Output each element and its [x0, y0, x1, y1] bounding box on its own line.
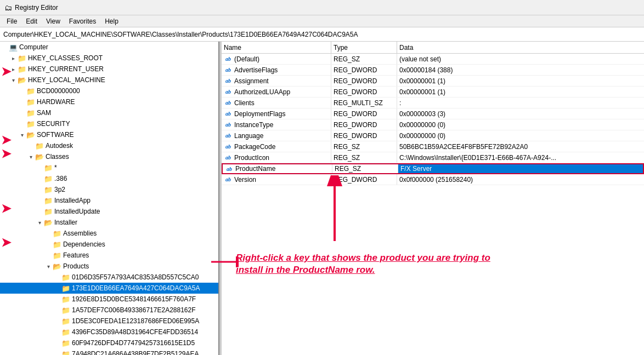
detail-type-8: REG_SZ: [331, 141, 397, 152]
tree-item-software[interactable]: ▾📂SOFTWARE: [0, 129, 218, 140]
tree-item-dependencies[interactable]: 📁Dependencies: [0, 239, 218, 250]
folder-icon-prod3: 📁: [61, 295, 70, 303]
tree-item-prod5[interactable]: 📁1D5E3C0FEDA1E123187686FED06E995A: [0, 316, 218, 327]
tree-item-hardware[interactable]: 📁HARDWARE: [0, 96, 218, 107]
detail-row-6[interactable]: abInstanceTypeREG_DWORD0x00000000 (0): [222, 119, 644, 130]
expand-btn-prod1[interactable]: [53, 273, 61, 282]
folder-icon-prod6: 📁: [61, 328, 70, 336]
expand-btn-prod5[interactable]: [53, 317, 61, 325]
expand-btn-prod6[interactable]: [53, 328, 61, 336]
tree-item-386[interactable]: 📁.386: [0, 173, 218, 184]
tree-items: 💻Computer▸📁HKEY_CLASSES_ROOT▸📁HKEY_CURRE…: [0, 42, 218, 355]
menu-help[interactable]: Help: [100, 16, 123, 26]
detail-row-11[interactable]: abVersionREG_DWORD0x0f000000 (251658240): [222, 174, 644, 185]
expand-btn-hklm[interactable]: ▾: [9, 76, 18, 84]
detail-pane[interactable]: Name Type Data ab(Default)REG_SZ(value n…: [222, 42, 644, 355]
reg-icon-3: ab: [224, 88, 233, 96]
expand-btn-hkcr[interactable]: ▸: [9, 54, 18, 62]
address-bar[interactable]: Computer\HKEY_LOCAL_MACHINE\SOFTWARE\Cla…: [0, 27, 644, 42]
tree-item-prod8[interactable]: 📁7A948DC21A686A438B9F7DF2B5129AEA: [0, 348, 218, 355]
expand-btn-assemblies[interactable]: [44, 229, 53, 238]
folder-icon-hkcu: 📁: [18, 65, 26, 73]
detail-row-4[interactable]: abClientsREG_MULTI_SZ:: [222, 98, 644, 108]
detail-data-4: :: [397, 98, 644, 108]
tree-pane[interactable]: 💻Computer▸📁HKEY_CLASSES_ROOT▸📁HKEY_CURRE…: [0, 42, 219, 355]
expand-btn-installedupdate[interactable]: [35, 207, 44, 216]
detail-row-7[interactable]: abLanguageREG_DWORD0x00000000 (0): [222, 130, 644, 141]
tree-item-installer[interactable]: ▾📂Installer: [0, 217, 218, 228]
expand-btn-prod7[interactable]: [53, 339, 61, 347]
folder-icon-bcd: 📁: [26, 87, 35, 95]
menu-file[interactable]: File: [2, 16, 21, 26]
detail-rows: ab(Default)REG_SZ(value not set)abAdvert…: [222, 54, 644, 185]
expand-btn-products[interactable]: ▾: [44, 262, 53, 271]
tree-item-features[interactable]: 📁Features: [0, 250, 218, 261]
expand-btn-dependencies[interactable]: [44, 240, 53, 249]
tree-item-installedupdate[interactable]: 📁InstalledUpdate: [0, 206, 218, 217]
expand-btn-sam[interactable]: [18, 108, 26, 117]
expand-btn-computer[interactable]: [0, 43, 9, 51]
tree-item-hkcu[interactable]: ▸📁HKEY_CURRENT_USER: [0, 64, 218, 75]
expand-btn-bcd[interactable]: [18, 87, 26, 95]
tree-item-installedapp[interactable]: 📁InstalledApp: [0, 195, 218, 206]
tree-item-bcd[interactable]: 📁BCD00000000: [0, 85, 218, 96]
expand-btn-autodesk[interactable]: [26, 141, 35, 150]
tree-label-prod3: 1926E8D15D0BCE53481466615F760A7F: [72, 295, 196, 303]
detail-type-6: REG_DWORD: [331, 119, 397, 130]
expand-btn-prod4[interactable]: [53, 306, 61, 314]
expand-btn-prod3[interactable]: [53, 295, 61, 304]
expand-btn-hkcu[interactable]: ▸: [9, 65, 18, 73]
expand-btn-hardware[interactable]: [18, 98, 26, 106]
detail-row-8[interactable]: abPackageCodeREG_SZ50B6BC1B59A2CEE4F8FB5…: [222, 141, 644, 152]
detail-data-9: C:\Windows\Installer\{E0D1E371-E66B-467A…: [397, 152, 644, 163]
detail-type-5: REG_DWORD: [331, 108, 397, 119]
tree-item-prod4[interactable]: 📁1A57DEF7C006B493386717E2A288162F: [0, 305, 218, 316]
tree-item-prod2[interactable]: 📁173E1D0EB66EA7649A427C064DAC9A5A: [0, 283, 218, 294]
folder-icon-prod1: 📁: [61, 273, 70, 281]
tree-item-prod6[interactable]: 📁4396FC35D89A48D31964CFE4FDD36514: [0, 327, 218, 337]
detail-row-5[interactable]: abDeploymentFlagsREG_DWORD0x00000003 (3): [222, 108, 644, 119]
expand-btn-star[interactable]: [35, 163, 44, 172]
tree-item-prod1[interactable]: 📁01D6D35F57A793A4C8353A8D557C5CA0: [0, 272, 218, 283]
tree-item-3p2[interactable]: 📁3p2: [0, 184, 218, 195]
expand-btn-prod8[interactable]: [53, 350, 61, 355]
detail-row-2[interactable]: abAssignmentREG_DWORD0x00000001 (1): [222, 76, 644, 87]
expand-btn-386[interactable]: [35, 174, 44, 183]
expand-btn-prod2[interactable]: [53, 284, 61, 293]
expand-btn-features[interactable]: [44, 251, 53, 260]
tree-item-security[interactable]: 📁SECURITY: [0, 118, 218, 129]
tree-item-hklm[interactable]: ▾📂HKEY_LOCAL_MACHINE: [0, 75, 218, 85]
expand-btn-installer[interactable]: ▾: [35, 218, 44, 227]
expand-btn-3p2[interactable]: [35, 185, 44, 194]
detail-row-10[interactable]: abProductNameREG_SZF/X Server: [222, 163, 644, 174]
tree-item-prod7[interactable]: 📁60F94726DFD4D774794257316615E1D5: [0, 337, 218, 348]
detail-name-11: abVersion: [222, 174, 331, 185]
tree-item-prod3[interactable]: 📁1926E8D15D0BCE53481466615F760A7F: [0, 294, 218, 305]
expand-btn-classes[interactable]: ▾: [26, 152, 35, 161]
reg-icon-5: ab: [224, 110, 233, 118]
detail-row-3[interactable]: abAuthorizedLUAAppREG_DWORD0x00000001 (1…: [222, 87, 644, 98]
tree-item-star[interactable]: 📁*: [0, 162, 218, 173]
expand-btn-software[interactable]: ▾: [18, 130, 26, 139]
tree-item-computer[interactable]: 💻Computer: [0, 42, 218, 53]
menu-favorites[interactable]: Favorites: [65, 16, 100, 26]
tree-item-assemblies[interactable]: 📁Assemblies: [0, 228, 218, 239]
tree-item-products[interactable]: ▾📂Products: [0, 261, 218, 272]
tree-label-installer: Installer: [54, 219, 77, 226]
menu-edit[interactable]: Edit: [21, 16, 42, 26]
folder-icon-prod4: 📁: [61, 306, 70, 314]
tree-item-classes[interactable]: ▾📂Classes: [0, 151, 218, 162]
detail-row-1[interactable]: abAdvertiseFlagsREG_DWORD0x00000184 (388…: [222, 65, 644, 76]
tree-item-sam[interactable]: 📁SAM: [0, 107, 218, 118]
detail-row-0[interactable]: ab(Default)REG_SZ(value not set): [222, 54, 644, 65]
tree-item-hkcr[interactable]: ▸📁HKEY_CLASSES_ROOT: [0, 53, 218, 64]
menu-view[interactable]: View: [42, 16, 65, 26]
expand-btn-security[interactable]: [18, 119, 26, 128]
expand-btn-installedapp[interactable]: [35, 196, 44, 205]
detail-type-9: REG_SZ: [331, 152, 397, 163]
tree-item-autodesk[interactable]: 📁Autodesk: [0, 140, 218, 151]
tree-label-autodesk: Autodesk: [46, 142, 73, 150]
reg-icon-10: ab: [225, 165, 234, 173]
tree-label-hklm: HKEY_LOCAL_MACHINE: [28, 76, 105, 84]
detail-row-9[interactable]: abProductIconREG_SZC:\Windows\Installer\…: [222, 152, 644, 163]
